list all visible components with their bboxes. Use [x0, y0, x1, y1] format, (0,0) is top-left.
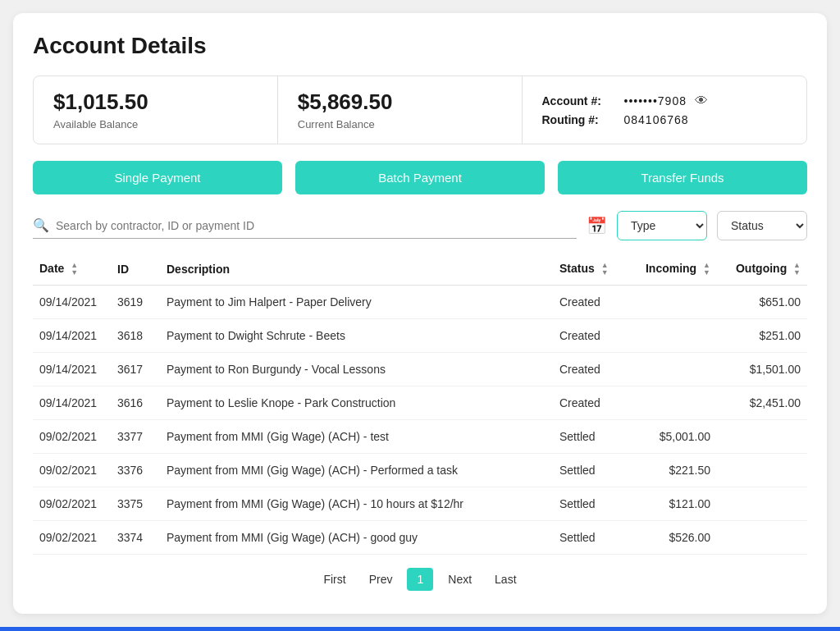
cell-status: Settled [553, 454, 627, 487]
cell-description: Payment to Ron Burgundy - Vocal Lessons [160, 353, 553, 386]
status-filter-select[interactable]: Status [717, 211, 807, 240]
cell-incoming: $221.50 [627, 454, 717, 487]
cell-status: Created [553, 286, 627, 319]
filter-row: 🔍 📅 Type Status [33, 211, 807, 240]
cell-date: 09/14/2021 [33, 286, 111, 319]
search-input[interactable] [56, 219, 577, 232]
available-balance-card: $1,015.50 Available Balance [34, 76, 278, 144]
cell-description: Payment from MMI (Gig Wage) (ACH) - good… [160, 521, 553, 555]
cell-status: Settled [553, 521, 627, 555]
current-balance-card: $5,869.50 Current Balance [278, 76, 523, 144]
col-header-status[interactable]: Status ▲▼ [553, 254, 627, 286]
cell-description: Payment from MMI (Gig Wage) (ACH) - Perf… [160, 454, 553, 487]
routing-number-value: 084106768 [624, 113, 689, 126]
toggle-account-visibility-icon[interactable]: 👁 [695, 94, 708, 108]
available-balance-label: Available Balance [53, 118, 258, 130]
pagination-last-button[interactable]: Last [486, 568, 524, 591]
available-balance-amount: $1,015.50 [53, 89, 258, 115]
pagination-next-button[interactable]: Next [440, 568, 480, 591]
table-header-row: Date ▲▼ ID Description Status ▲▼ [33, 254, 807, 286]
cell-incoming [627, 353, 717, 386]
cell-outgoing [717, 521, 807, 555]
pagination-current-page[interactable]: 1 [407, 568, 433, 591]
table-row[interactable]: 09/14/20213617Payment to Ron Burgundy - … [33, 353, 807, 386]
transfer-funds-button[interactable]: Transfer Funds [558, 161, 807, 194]
cell-status: Settled [553, 487, 627, 521]
table-row[interactable]: 09/14/20213619Payment to Jim Halpert - P… [33, 286, 807, 319]
current-balance-label: Current Balance [298, 118, 502, 130]
cell-id: 3374 [111, 521, 160, 555]
col-header-outgoing[interactable]: Outgoing ▲▼ [717, 254, 807, 286]
cell-id: 3375 [111, 487, 160, 521]
type-filter-select[interactable]: Type [617, 211, 707, 240]
routing-number-label: Routing #: [542, 113, 624, 126]
cell-id: 3616 [111, 386, 160, 420]
col-header-description: Description [160, 254, 553, 286]
cell-incoming: $526.00 [627, 521, 717, 555]
table-row[interactable]: 09/14/20213616Payment to Leslie Knope - … [33, 386, 807, 420]
transactions-table: Date ▲▼ ID Description Status ▲▼ [33, 254, 807, 555]
cell-status: Created [553, 353, 627, 386]
action-buttons-group: Single Payment Batch Payment Transfer Fu… [33, 161, 807, 194]
pagination: First Prev 1 Next Last [33, 555, 807, 594]
cell-outgoing: $2,451.00 [717, 386, 807, 420]
cell-id: 3617 [111, 353, 160, 386]
cell-date: 09/14/2021 [33, 386, 111, 420]
cell-date: 09/02/2021 [33, 521, 111, 555]
cell-outgoing [717, 420, 807, 454]
col-header-id: ID [111, 254, 160, 286]
cell-outgoing: $651.00 [717, 286, 807, 319]
table-row[interactable]: 09/02/20213377Payment from MMI (Gig Wage… [33, 420, 807, 454]
cell-description: Payment from MMI (Gig Wage) (ACH) - 10 h… [160, 487, 553, 521]
table-row[interactable]: 09/02/20213375Payment from MMI (Gig Wage… [33, 487, 807, 521]
cell-status: Created [553, 386, 627, 420]
account-number-label: Account #: [542, 94, 624, 107]
account-number-row: Account #: •••••••7908 👁 [542, 94, 788, 108]
current-balance-amount: $5,869.50 [298, 89, 502, 115]
cell-status: Created [553, 319, 627, 353]
footer-bar: gw gigwage [0, 627, 840, 631]
transactions-table-container: Date ▲▼ ID Description Status ▲▼ [33, 254, 807, 555]
cell-id: 3376 [111, 454, 160, 487]
cell-date: 09/14/2021 [33, 319, 111, 353]
page-title: Account Details [33, 33, 807, 59]
cell-id: 3618 [111, 319, 160, 353]
cell-description: Payment to Jim Halpert - Paper Delivery [160, 286, 553, 319]
cell-description: Payment to Dwight Schrute - Beets [160, 319, 553, 353]
cell-id: 3377 [111, 420, 160, 454]
table-row[interactable]: 09/14/20213618Payment to Dwight Schrute … [33, 319, 807, 353]
balance-section: $1,015.50 Available Balance $5,869.50 Cu… [33, 75, 807, 144]
search-icon: 🔍 [33, 217, 49, 233]
pagination-prev-button[interactable]: Prev [361, 568, 401, 591]
cell-outgoing: $251.00 [717, 319, 807, 353]
table-row[interactable]: 09/02/20213376Payment from MMI (Gig Wage… [33, 454, 807, 487]
cell-outgoing: $1,501.00 [717, 353, 807, 386]
cell-outgoing [717, 454, 807, 487]
cell-incoming [627, 319, 717, 353]
account-info-card: Account #: •••••••7908 👁 Routing #: 0841… [523, 76, 807, 144]
col-header-date[interactable]: Date ▲▼ [33, 254, 111, 286]
single-payment-button[interactable]: Single Payment [33, 161, 282, 194]
pagination-first-button[interactable]: First [315, 568, 354, 591]
date-filter-icon[interactable]: 📅 [587, 216, 607, 235]
routing-number-row: Routing #: 084106768 [542, 113, 788, 126]
cell-incoming [627, 286, 717, 319]
cell-id: 3619 [111, 286, 160, 319]
cell-date: 09/02/2021 [33, 487, 111, 521]
cell-date: 09/14/2021 [33, 353, 111, 386]
search-box: 🔍 [33, 213, 577, 239]
account-number-value: •••••••7908 [624, 94, 687, 107]
cell-date: 09/02/2021 [33, 454, 111, 487]
cell-description: Payment from MMI (Gig Wage) (ACH) - test [160, 420, 553, 454]
cell-incoming: $121.00 [627, 487, 717, 521]
batch-payment-button[interactable]: Batch Payment [295, 161, 545, 194]
col-header-incoming[interactable]: Incoming ▲▼ [627, 254, 717, 286]
cell-status: Settled [553, 420, 627, 454]
cell-description: Payment to Leslie Knope - Park Construct… [160, 386, 553, 420]
table-row[interactable]: 09/02/20213374Payment from MMI (Gig Wage… [33, 521, 807, 555]
cell-outgoing [717, 487, 807, 521]
cell-date: 09/02/2021 [33, 420, 111, 454]
cell-incoming [627, 386, 717, 420]
cell-incoming: $5,001.00 [627, 420, 717, 454]
